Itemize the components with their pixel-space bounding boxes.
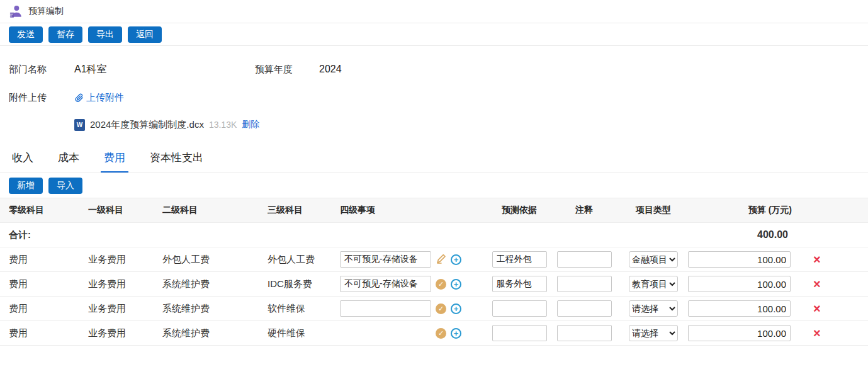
back-button[interactable]: 返回 [128,26,162,43]
upload-attachment-link[interactable]: 上传附件 [74,92,124,104]
pencil-icon[interactable] [436,254,446,265]
level3-cell: 软件维保 [268,303,340,315]
budget-input[interactable] [688,251,791,268]
upload-link-label: 上传附件 [86,92,124,104]
tab-capital-expenditure[interactable]: 资本性支出 [147,147,206,173]
page-title: 预算编制 [28,6,64,17]
level4-input[interactable] [340,251,431,268]
forecast-basis-input[interactable] [492,325,547,341]
import-button[interactable]: 导入 [48,178,82,194]
table-actions: 新增 导入 [0,173,868,198]
person-report-icon [9,4,23,18]
delete-row-icon[interactable]: × [792,302,821,315]
file-size: 13.13K [209,120,237,130]
header-level2: 二级科目 [162,205,268,216]
save-draft-button[interactable]: 暂存 [48,26,82,43]
note-input[interactable] [557,300,612,317]
department-label: 部门名称 [9,64,74,76]
attachment-file-row: W 2024年度预算编制制度.dcx 13.13K 删除 [74,116,859,133]
add-row-button[interactable]: 新增 [9,178,43,194]
total-row: 合计: 400.00 [0,223,868,247]
plus-circle-icon[interactable]: + [451,303,461,314]
table-row: 费用 业务费用 系统维护费 软件维保 ✓ + 请选择 × [0,297,868,321]
header-level3: 三级科目 [268,205,340,216]
plus-circle-icon[interactable]: + [451,328,461,339]
level2-cell: 外包人工费 [162,254,268,266]
note-input[interactable] [557,251,612,268]
table-header-row: 零级科目 一级科目 二级科目 三级科目 四级事项 预测依据 注释 项目类型 预算… [0,198,868,223]
check-circle-icon[interactable]: ✓ [436,303,446,314]
header-forecast-basis: 预测依据 [489,205,550,216]
file-name: 2024年度预算编制制度.dcx [90,119,204,131]
export-button[interactable]: 导出 [88,26,122,43]
forecast-basis-input[interactable] [492,251,547,268]
title-bar: 预算编制 [0,0,868,23]
note-input[interactable] [557,276,612,292]
tab-expense[interactable]: 费用 [101,147,128,173]
level0-cell: 费用 [9,303,88,315]
table-row: 费用 业务费用 系统维护费 硬件维保 ✓ + 请选择 × [0,321,868,346]
file-delete-link[interactable]: 删除 [242,119,259,130]
send-button[interactable]: 发送 [9,26,43,43]
level1-cell: 业务费用 [88,278,162,290]
level2-cell: 系统维护费 [162,278,268,290]
header-note: 注释 [550,205,619,216]
level3-cell: IDC服务费 [268,278,340,290]
header-level0: 零级科目 [9,205,88,216]
delete-row-icon[interactable]: × [792,278,821,290]
forecast-basis-input[interactable] [492,276,547,292]
header-project-type: 项目类型 [619,205,688,216]
delete-row-icon[interactable]: × [792,253,821,266]
paperclip-icon [74,93,84,103]
section-tabs: 收入 成本 费用 资本性支出 [0,147,868,173]
project-type-select[interactable]: 请选择 [629,300,678,317]
level3-cell: 外包人工费 [268,254,340,266]
plus-circle-icon[interactable]: + [451,254,461,265]
total-value: 400.00 [688,229,792,241]
header-budget: 预算 (万元) [688,205,792,216]
toolbar: 发送 暂存 导出 返回 [0,23,868,46]
level0-cell: 费用 [9,327,88,339]
level1-cell: 业务费用 [88,327,162,339]
forecast-basis-input[interactable] [492,300,547,317]
budget-form: 部门名称 A1科室 预算年度 2024 附件上传 上传附件 W 2024年度预算… [0,46,868,133]
note-input[interactable] [557,325,612,341]
level1-cell: 业务费用 [88,254,162,266]
level4-input[interactable] [340,276,431,292]
check-circle-icon[interactable]: ✓ [436,328,446,339]
tab-cost[interactable]: 成本 [55,147,82,173]
project-type-select[interactable]: 请选择 [629,325,678,341]
department-value: A1科室 [74,63,255,76]
level0-cell: 费用 [9,254,88,266]
delete-row-icon[interactable]: × [792,327,821,339]
plus-circle-icon[interactable]: + [451,279,461,290]
total-label: 合计: [9,229,340,241]
word-file-icon: W [74,119,85,131]
header-level1: 一级科目 [88,205,162,216]
table-row: 费用 业务费用 外包人工费 外包人工费 + 金融项目 × [0,247,868,272]
tab-income[interactable]: 收入 [9,147,37,173]
level0-cell: 费用 [9,278,88,290]
table-row: 费用 业务费用 系统维护费 IDC服务费 ✓ + 教育项目 × [0,272,868,297]
budget-input[interactable] [688,300,791,317]
level2-cell: 系统维护费 [162,303,268,315]
level3-cell: 硬件维保 [268,327,340,339]
level4-input[interactable] [340,300,431,317]
attachment-label: 附件上传 [9,92,74,104]
header-level4: 四级事项 [340,205,489,216]
check-circle-icon[interactable]: ✓ [436,279,446,290]
budget-input[interactable] [688,325,791,341]
budget-input[interactable] [688,276,791,292]
level1-cell: 业务费用 [88,303,162,315]
level2-cell: 系统维护费 [162,327,268,339]
project-type-select[interactable]: 教育项目 [629,276,678,292]
project-type-select[interactable]: 金融项目 [629,251,678,268]
budget-year-value: 2024 [319,64,342,75]
budget-year-label: 预算年度 [255,64,319,76]
